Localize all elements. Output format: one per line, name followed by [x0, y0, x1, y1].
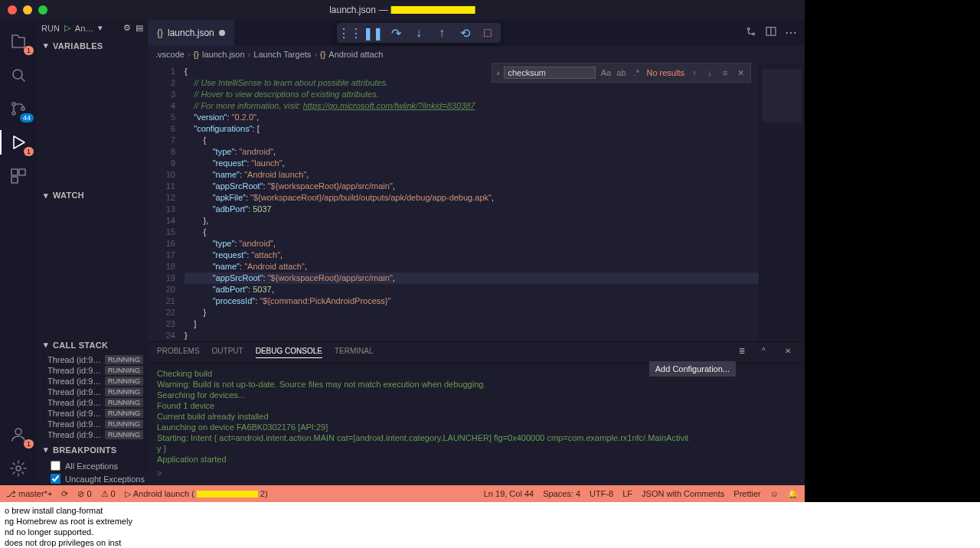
panel-tab[interactable]: OUTPUT	[212, 347, 243, 358]
thread-row[interactable]: Thread (id:9…RUNNING	[47, 419, 148, 429]
stop-icon[interactable]: □	[481, 26, 495, 40]
debug-console[interactable]: Checking buildWarning: Build is not up-t…	[148, 364, 805, 485]
run-config-name[interactable]: An…	[75, 24, 93, 33]
modified-indicator-icon	[219, 30, 225, 36]
status-launch[interactable]: ▷ Android launch (2)	[125, 489, 268, 499]
explorer-icon[interactable]: 1	[0, 24, 37, 58]
status-bar: ⎇ master*+ ⟳ ⊘ 0 ⚠ 0 ▷ Android launch (2…	[0, 485, 805, 502]
close-find-icon[interactable]: ✕	[735, 68, 746, 78]
step-out-icon[interactable]: ↑	[435, 26, 449, 40]
compare-changes-icon[interactable]	[745, 25, 757, 41]
bell-icon[interactable]: 🔔	[788, 489, 799, 499]
extensions-icon[interactable]	[0, 159, 37, 193]
settings-gear-icon[interactable]	[0, 452, 37, 485]
svg-rect-6	[11, 177, 18, 183]
match-case-icon[interactable]: Aa	[600, 68, 611, 77]
minimize-window-button[interactable]	[23, 5, 32, 15]
status-sync[interactable]: ⟳	[61, 489, 68, 499]
line-gutter: 123456789101112131415161718192021222324	[148, 63, 185, 341]
section-callstack[interactable]: ▾CALL STACK	[37, 335, 148, 354]
zoom-window-button[interactable]	[38, 5, 47, 15]
search-icon[interactable]	[0, 58, 37, 92]
breakpoint-row[interactable]: All Exceptions	[47, 459, 148, 472]
json-file-icon: {}	[157, 28, 163, 38]
status-prettier[interactable]: Prettier	[733, 489, 760, 498]
breadcrumb[interactable]: .vscode› {}launch.json› Launch Targets› …	[148, 46, 805, 63]
status-errors[interactable]: ⊘ 0	[77, 489, 91, 499]
run-label: RUN	[41, 24, 60, 33]
panel-tab[interactable]: TERMINAL	[335, 347, 374, 358]
panel-maximize-icon[interactable]: ^	[762, 347, 773, 358]
svg-point-7	[15, 429, 21, 435]
thread-row[interactable]: Thread (id:9…RUNNING	[47, 408, 148, 419]
section-breakpoints[interactable]: ▾BREAKPOINTS	[37, 440, 148, 459]
window-title-sep: —	[379, 5, 388, 15]
panel-tab[interactable]: DEBUG CONSOLE	[256, 347, 322, 358]
match-word-icon[interactable]: ab	[616, 68, 626, 77]
find-in-selection-icon[interactable]: ≡	[720, 68, 730, 77]
activity-bar: 1 44 1 1	[0, 20, 37, 485]
status-language[interactable]: JSON with Comments	[642, 489, 724, 498]
pause-icon[interactable]: ❚❚	[366, 26, 380, 40]
panel-tab[interactable]: PROBLEMS	[157, 347, 200, 358]
thread-row[interactable]: Thread (id:9…RUNNING	[47, 354, 148, 365]
step-over-icon[interactable]: ↷	[389, 26, 403, 40]
breakpoint-row[interactable]: Uncaught Exceptions	[47, 472, 148, 485]
gear-icon[interactable]: ⚙	[123, 23, 131, 33]
find-widget: › Aa ab .* No results ↑ ↓ ≡ ✕	[492, 63, 751, 83]
thread-row[interactable]: Thread (id:9…RUNNING	[47, 376, 148, 387]
thread-row[interactable]: Thread (id:9…RUNNING	[47, 365, 148, 376]
thread-row[interactable]: Thread (id:9…RUNNING	[47, 429, 148, 440]
code-editor[interactable]: { // Use IntelliSense to learn about pos…	[185, 63, 759, 341]
svg-rect-5	[19, 169, 25, 175]
svg-point-0	[13, 70, 22, 79]
feedback-icon[interactable]: ☺	[770, 489, 779, 498]
find-input[interactable]	[504, 67, 596, 79]
status-spaces[interactable]: Spaces: 4	[543, 489, 580, 498]
status-encoding[interactable]: UTF-8	[590, 489, 613, 498]
start-debug-icon[interactable]: ▷	[64, 23, 70, 33]
split-editor-icon[interactable]	[765, 25, 777, 41]
clear-console-icon[interactable]: ≣	[739, 347, 750, 358]
minimap[interactable]	[759, 63, 805, 341]
status-cursor[interactable]: Ln 19, Col 44	[484, 489, 534, 498]
status-branch[interactable]: ⎇ master*+	[6, 489, 52, 499]
next-match-icon[interactable]: ↓	[704, 68, 715, 77]
debug-sidebar: RUN ▷ An… ▾ ⚙ ▤ ▾VARIABLES ▾WATCH ▾CALL …	[37, 20, 148, 485]
svg-point-8	[16, 466, 21, 471]
section-variables[interactable]: ▾VARIABLES	[37, 36, 148, 55]
window-title-redacted	[391, 6, 475, 14]
svg-rect-4	[11, 169, 18, 175]
restart-icon[interactable]: ⟲	[458, 26, 472, 40]
title-bar: launch.json —	[0, 0, 805, 20]
accounts-icon[interactable]: 1	[0, 418, 37, 452]
add-configuration-button[interactable]: Add Configuration...	[649, 361, 736, 377]
status-warnings[interactable]: ⚠ 0	[101, 489, 116, 499]
thread-row[interactable]: Thread (id:9…RUNNING	[47, 397, 148, 408]
window-title-file: launch.json	[329, 5, 376, 15]
step-into-icon[interactable]: ↓	[412, 26, 426, 40]
find-result: No results	[646, 68, 684, 77]
section-watch[interactable]: ▾WATCH	[37, 186, 148, 205]
panel-tabs: PROBLEMSOUTPUTDEBUG CONSOLETERMINAL ≣ ^ …	[148, 342, 805, 364]
status-eol[interactable]: LF	[622, 489, 632, 498]
tab-label: launch.json	[168, 28, 214, 38]
external-terminal[interactable]: o brew install clang-formatng Homebrew a…	[0, 502, 980, 548]
prev-match-icon[interactable]: ↑	[689, 68, 700, 77]
drag-handle-icon[interactable]: ⋮⋮	[343, 26, 357, 40]
debug-console-icon[interactable]: ▤	[136, 23, 143, 33]
thread-row[interactable]: Thread (id:9…RUNNING	[47, 387, 148, 397]
run-debug-icon[interactable]: 1	[0, 126, 37, 159]
regex-icon[interactable]: .*	[631, 68, 642, 77]
chevron-down-icon[interactable]: ▾	[98, 23, 103, 33]
close-window-button[interactable]	[8, 5, 17, 15]
tab-launch-json[interactable]: {} launch.json	[148, 20, 234, 46]
source-control-icon[interactable]: 44	[0, 92, 37, 126]
panel-close-icon[interactable]: ✕	[785, 347, 795, 358]
find-expand-icon[interactable]: ›	[497, 68, 500, 77]
more-actions-icon[interactable]: ⋯	[785, 25, 797, 41]
debug-toolbar: ⋮⋮ ❚❚ ↷ ↓ ↑ ⟲ □	[337, 23, 501, 43]
